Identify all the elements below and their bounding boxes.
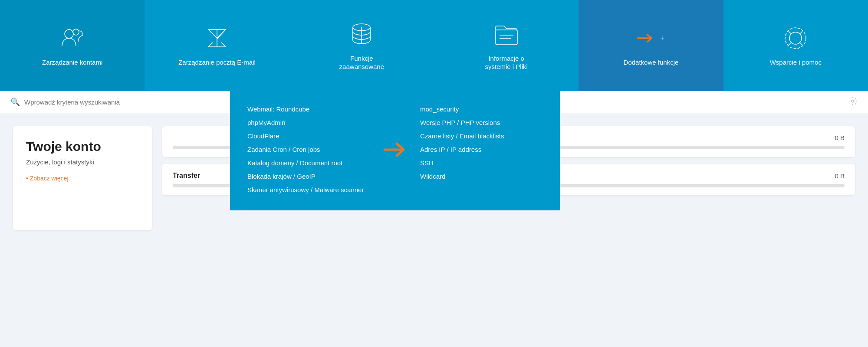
nav-item-advanced[interactable]: Funkcjezaawansowane bbox=[289, 0, 434, 91]
dropdown-item-phpmyadmin[interactable]: phpMyAdmin bbox=[247, 118, 370, 128]
dropdown-item-docroot[interactable]: Katalog domeny / Document root bbox=[247, 158, 370, 168]
dropdown-item-wildcard[interactable]: Wildcard bbox=[420, 171, 542, 181]
nav-label-extra: Dodatkowe funkcje bbox=[624, 58, 679, 67]
stat-value-unknown: 0 B bbox=[835, 134, 845, 141]
arrow-right-icon bbox=[637, 32, 654, 44]
dropdown-item-geoip[interactable]: Blokada krajów / GeoIP bbox=[247, 171, 370, 181]
support-icon bbox=[782, 24, 809, 52]
svg-point-15 bbox=[789, 32, 802, 44]
search-icon: 🔍 bbox=[10, 97, 20, 107]
svg-rect-9 bbox=[496, 30, 517, 45]
nav-label-support: Wsparcie i pomoc bbox=[770, 58, 822, 67]
dropdown-item-malware[interactable]: Skaner antywirusowy / Malware scanner bbox=[247, 185, 370, 195]
dropdown-col-2: mod_security Wersje PHP / PHP versions C… bbox=[420, 104, 542, 195]
folder-icon bbox=[493, 20, 520, 48]
settings-icon[interactable] bbox=[848, 96, 858, 108]
nav-label-accounts: Zarządzanie kontami bbox=[42, 58, 102, 67]
dropdown-item-modsecurity[interactable]: mod_security bbox=[420, 104, 542, 114]
accounts-icon bbox=[59, 24, 86, 52]
dropdown-item-php-versions[interactable]: Wersje PHP / PHP versions bbox=[420, 118, 542, 128]
nav-item-accounts[interactable]: Zarządzanie kontami bbox=[0, 0, 145, 91]
stat-label-transfer: Transfer bbox=[173, 172, 200, 180]
dropdown-item-webmail[interactable]: Webmail: Roundcube bbox=[247, 104, 370, 114]
nav-label-system: Informacje osystemie i Pliki bbox=[485, 54, 527, 71]
nav-item-email[interactable]: Zarządzanie pocztą E-mail bbox=[145, 0, 289, 91]
dropdown-col-1: Webmail: Roundcube phpMyAdmin CloudFlare… bbox=[247, 104, 370, 195]
dropdown-item-ip-address[interactable]: Adres IP / IP address bbox=[420, 144, 542, 154]
top-navigation: Zarządzanie kontami Zarządzanie pocztą E… bbox=[0, 0, 868, 91]
nav-label-email: Zarządzanie pocztą E-mail bbox=[178, 58, 256, 67]
dropdown-item-cron[interactable]: Zadania Cron / Cron jobs bbox=[247, 144, 370, 154]
svg-point-0 bbox=[65, 29, 73, 38]
stat-value-transfer: 0 B bbox=[835, 172, 845, 180]
account-title: Twoje konto bbox=[26, 139, 139, 154]
dropdown-menu: Webmail: Roundcube phpMyAdmin CloudFlare… bbox=[230, 91, 560, 210]
nav-item-extra[interactable]: Dodatkowe funkcje bbox=[579, 0, 723, 91]
account-subtitle: Zużycie, logi i statystyki bbox=[26, 158, 139, 166]
dropdown-arrow-icon bbox=[378, 141, 411, 158]
account-panel: Twoje konto Zużycie, logi i statystyki Z… bbox=[13, 126, 152, 230]
svg-point-14 bbox=[785, 28, 806, 49]
svg-line-2 bbox=[208, 29, 217, 38]
svg-line-17 bbox=[800, 31, 802, 34]
svg-point-20 bbox=[852, 100, 854, 102]
svg-line-16 bbox=[789, 31, 791, 34]
dropdown-item-cloudflare[interactable]: CloudFlare bbox=[247, 131, 370, 141]
svg-line-19 bbox=[800, 43, 802, 45]
svg-point-1 bbox=[73, 29, 79, 35]
nav-item-support[interactable]: Wsparcie i pomoc bbox=[723, 0, 868, 91]
plus-icon bbox=[637, 24, 665, 52]
svg-line-18 bbox=[789, 43, 791, 45]
dropdown-item-blacklists[interactable]: Czarne listy / Email blacklists bbox=[420, 131, 542, 141]
email-icon bbox=[203, 24, 231, 52]
see-more-link[interactable]: Zobacz więcej bbox=[26, 175, 69, 182]
nav-item-system[interactable]: Informacje osystemie i Pliki bbox=[434, 0, 579, 91]
database-icon bbox=[348, 20, 375, 48]
nav-label-advanced: Funkcjezaawansowane bbox=[339, 54, 384, 71]
dropdown-item-ssh[interactable]: SSH bbox=[420, 158, 542, 168]
